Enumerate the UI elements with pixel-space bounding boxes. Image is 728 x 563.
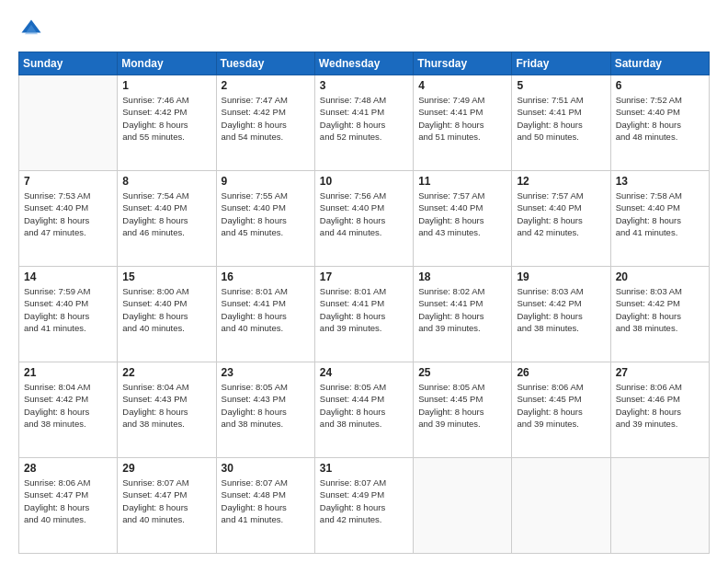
cell-info: Sunrise: 8:05 AM Sunset: 4:45 PM Dayligh… [418, 381, 506, 430]
calendar-cell: 2Sunrise: 7:47 AM Sunset: 4:42 PM Daylig… [216, 75, 314, 171]
calendar-cell: 25Sunrise: 8:05 AM Sunset: 4:45 PM Dayli… [414, 362, 512, 458]
calendar-cell: 5Sunrise: 7:51 AM Sunset: 4:41 PM Daylig… [512, 75, 610, 171]
calendar-cell: 27Sunrise: 8:06 AM Sunset: 4:46 PM Dayli… [610, 362, 709, 458]
dow-header: Wednesday [314, 52, 413, 75]
day-number: 30 [222, 462, 310, 475]
day-number: 12 [517, 175, 605, 188]
dow-header: Tuesday [216, 52, 314, 75]
day-number: 13 [616, 175, 704, 188]
dow-header: Saturday [610, 52, 709, 75]
calendar-cell: 26Sunrise: 8:06 AM Sunset: 4:45 PM Dayli… [512, 362, 610, 458]
calendar-cell: 21Sunrise: 8:04 AM Sunset: 4:42 PM Dayli… [19, 362, 118, 458]
calendar-cell: 28Sunrise: 8:06 AM Sunset: 4:47 PM Dayli… [19, 458, 118, 554]
calendar-cell: 10Sunrise: 7:56 AM Sunset: 4:40 PM Dayli… [314, 171, 413, 267]
cell-info: Sunrise: 8:07 AM Sunset: 4:48 PM Dayligh… [222, 477, 310, 525]
day-number: 2 [222, 79, 310, 92]
day-number: 19 [517, 270, 605, 283]
page: SundayMondayTuesdayWednesdayThursdayFrid… [0, 0, 728, 563]
day-of-week-row: SundayMondayTuesdayWednesdayThursdayFrid… [19, 52, 710, 75]
cell-info: Sunrise: 7:57 AM Sunset: 4:40 PM Dayligh… [418, 190, 506, 238]
day-number: 1 [122, 79, 210, 92]
day-number: 16 [222, 270, 310, 283]
calendar-week-row: 21Sunrise: 8:04 AM Sunset: 4:42 PM Dayli… [19, 362, 710, 458]
day-number: 29 [122, 462, 210, 475]
calendar-cell: 29Sunrise: 8:07 AM Sunset: 4:47 PM Dayli… [118, 458, 216, 554]
cell-info: Sunrise: 8:01 AM Sunset: 4:41 PM Dayligh… [320, 285, 408, 334]
day-number: 27 [616, 366, 704, 379]
cell-info: Sunrise: 8:00 AM Sunset: 4:40 PM Dayligh… [122, 285, 210, 334]
calendar-body: 1Sunrise: 7:46 AM Sunset: 4:42 PM Daylig… [19, 75, 710, 554]
cell-info: Sunrise: 8:04 AM Sunset: 4:42 PM Dayligh… [24, 381, 112, 430]
day-number: 4 [418, 79, 506, 92]
day-number: 9 [222, 175, 310, 188]
day-number: 21 [24, 366, 112, 379]
day-number: 7 [24, 175, 112, 188]
day-number: 28 [24, 462, 112, 475]
dow-header: Friday [512, 52, 610, 75]
cell-info: Sunrise: 8:02 AM Sunset: 4:41 PM Dayligh… [418, 285, 506, 334]
day-number: 14 [24, 270, 112, 283]
header [18, 17, 710, 42]
calendar-cell: 9Sunrise: 7:55 AM Sunset: 4:40 PM Daylig… [216, 171, 314, 267]
calendar-cell: 13Sunrise: 7:58 AM Sunset: 4:40 PM Dayli… [610, 171, 709, 267]
day-number: 31 [320, 462, 408, 475]
calendar-cell [414, 458, 512, 554]
day-number: 24 [320, 366, 408, 379]
cell-info: Sunrise: 8:05 AM Sunset: 4:44 PM Dayligh… [320, 381, 408, 430]
calendar-cell: 15Sunrise: 8:00 AM Sunset: 4:40 PM Dayli… [118, 267, 216, 362]
calendar-cell: 11Sunrise: 7:57 AM Sunset: 4:40 PM Dayli… [414, 171, 512, 267]
calendar-week-row: 7Sunrise: 7:53 AM Sunset: 4:40 PM Daylig… [19, 171, 710, 267]
day-number: 26 [517, 366, 605, 379]
calendar-cell [512, 458, 610, 554]
day-number: 5 [517, 79, 605, 92]
logo-icon [18, 17, 44, 42]
cell-info: Sunrise: 7:51 AM Sunset: 4:41 PM Dayligh… [517, 94, 605, 143]
calendar-cell: 3Sunrise: 7:48 AM Sunset: 4:41 PM Daylig… [314, 75, 413, 171]
day-number: 6 [616, 79, 704, 92]
cell-info: Sunrise: 8:06 AM Sunset: 4:47 PM Dayligh… [24, 477, 112, 525]
calendar-cell: 8Sunrise: 7:54 AM Sunset: 4:40 PM Daylig… [118, 171, 216, 267]
day-number: 3 [320, 79, 408, 92]
calendar-week-row: 1Sunrise: 7:46 AM Sunset: 4:42 PM Daylig… [19, 75, 710, 171]
calendar-cell: 1Sunrise: 7:46 AM Sunset: 4:42 PM Daylig… [118, 75, 216, 171]
cell-info: Sunrise: 7:56 AM Sunset: 4:40 PM Dayligh… [320, 190, 408, 238]
cell-info: Sunrise: 7:57 AM Sunset: 4:40 PM Dayligh… [517, 190, 605, 238]
calendar-cell: 30Sunrise: 8:07 AM Sunset: 4:48 PM Dayli… [216, 458, 314, 554]
cell-info: Sunrise: 8:03 AM Sunset: 4:42 PM Dayligh… [616, 285, 704, 334]
dow-header: Monday [118, 52, 216, 75]
calendar-cell: 4Sunrise: 7:49 AM Sunset: 4:41 PM Daylig… [414, 75, 512, 171]
day-number: 20 [616, 270, 704, 283]
calendar-cell: 6Sunrise: 7:52 AM Sunset: 4:40 PM Daylig… [610, 75, 709, 171]
cell-info: Sunrise: 8:01 AM Sunset: 4:41 PM Dayligh… [222, 285, 310, 334]
cell-info: Sunrise: 8:06 AM Sunset: 4:45 PM Dayligh… [517, 381, 605, 430]
day-number: 22 [122, 366, 210, 379]
cell-info: Sunrise: 8:07 AM Sunset: 4:49 PM Dayligh… [320, 477, 408, 525]
cell-info: Sunrise: 7:53 AM Sunset: 4:40 PM Dayligh… [24, 190, 112, 238]
day-number: 23 [222, 366, 310, 379]
cell-info: Sunrise: 8:07 AM Sunset: 4:47 PM Dayligh… [122, 477, 210, 525]
day-number: 11 [418, 175, 506, 188]
calendar-cell: 12Sunrise: 7:57 AM Sunset: 4:40 PM Dayli… [512, 171, 610, 267]
day-number: 18 [418, 270, 506, 283]
cell-info: Sunrise: 7:52 AM Sunset: 4:40 PM Dayligh… [616, 94, 704, 143]
day-number: 10 [320, 175, 408, 188]
cell-info: Sunrise: 8:04 AM Sunset: 4:43 PM Dayligh… [122, 381, 210, 430]
day-number: 17 [320, 270, 408, 283]
calendar-cell: 7Sunrise: 7:53 AM Sunset: 4:40 PM Daylig… [19, 171, 118, 267]
cell-info: Sunrise: 7:58 AM Sunset: 4:40 PM Dayligh… [616, 190, 704, 238]
calendar-cell: 23Sunrise: 8:05 AM Sunset: 4:43 PM Dayli… [216, 362, 314, 458]
calendar-cell [610, 458, 709, 554]
calendar-cell: 17Sunrise: 8:01 AM Sunset: 4:41 PM Dayli… [314, 267, 413, 362]
dow-header: Sunday [19, 52, 118, 75]
day-number: 8 [122, 175, 210, 188]
calendar-cell: 20Sunrise: 8:03 AM Sunset: 4:42 PM Dayli… [610, 267, 709, 362]
day-number: 25 [418, 366, 506, 379]
calendar-cell: 31Sunrise: 8:07 AM Sunset: 4:49 PM Dayli… [314, 458, 413, 554]
calendar-cell: 14Sunrise: 7:59 AM Sunset: 4:40 PM Dayli… [19, 267, 118, 362]
cell-info: Sunrise: 7:46 AM Sunset: 4:42 PM Dayligh… [122, 94, 210, 143]
cell-info: Sunrise: 7:54 AM Sunset: 4:40 PM Dayligh… [122, 190, 210, 238]
cell-info: Sunrise: 8:06 AM Sunset: 4:46 PM Dayligh… [616, 381, 704, 430]
calendar-cell: 16Sunrise: 8:01 AM Sunset: 4:41 PM Dayli… [216, 267, 314, 362]
cell-info: Sunrise: 7:48 AM Sunset: 4:41 PM Dayligh… [320, 94, 408, 143]
cell-info: Sunrise: 8:03 AM Sunset: 4:42 PM Dayligh… [517, 285, 605, 334]
